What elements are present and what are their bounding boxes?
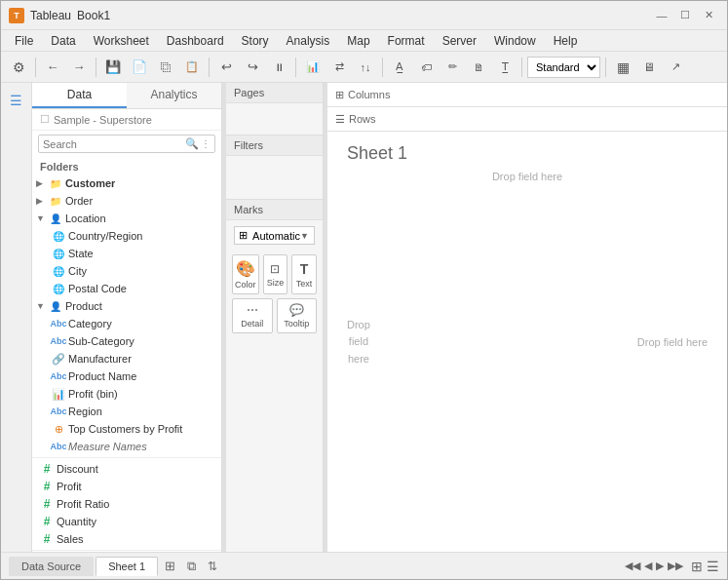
data-tab-icon[interactable]: ☰: [3, 87, 30, 114]
columns-drop-zone[interactable]: [398, 86, 719, 103]
menu-server[interactable]: Server: [435, 32, 484, 50]
folder-location-label: Location: [65, 213, 106, 224]
state-label: State: [68, 248, 94, 259]
tab-datasource[interactable]: Data Source: [9, 557, 94, 576]
measure-discount[interactable]: # Discount: [32, 460, 221, 478]
mark-detail-button[interactable]: ⋯ Detail: [232, 298, 273, 333]
mark-color-button[interactable]: 🎨 Color: [232, 254, 259, 294]
tree-container[interactable]: ▶ 📁 Customer ▶ 📁 Order ▼ 👤 Location: [32, 174, 221, 552]
page-next-icon[interactable]: ▶: [656, 560, 664, 572]
measure-profit[interactable]: # Profit: [32, 478, 221, 495]
rows-drop-zone[interactable]: [384, 110, 719, 128]
mark-tooltip-button[interactable]: 💬 Tooltip: [277, 298, 318, 333]
marks-header: Marks: [226, 200, 323, 220]
folder-product[interactable]: ▼ 👤 Product: [32, 297, 221, 315]
tab-data[interactable]: Data: [32, 83, 127, 108]
right-drop-hint[interactable]: Drop field here: [637, 336, 708, 348]
menu-story[interactable]: Story: [234, 32, 277, 50]
page-end-icon[interactable]: ▶▶: [668, 560, 683, 572]
maximize-button[interactable]: ☐: [674, 7, 696, 24]
swap-button[interactable]: ⇄: [327, 56, 351, 79]
sort-asc-button[interactable]: ↑↓: [354, 56, 377, 79]
dim-productname[interactable]: Abc Product Name: [32, 367, 221, 385]
dim-state[interactable]: 🌐 State: [32, 245, 221, 262]
menu-format[interactable]: Format: [380, 32, 433, 50]
filters-header: Filters: [226, 135, 323, 156]
expand-icon: ▼: [36, 213, 46, 223]
forward-button[interactable]: →: [67, 56, 91, 79]
dim-topcustomers[interactable]: ⊕ Top Customers by Profit: [32, 420, 221, 438]
dim-postal[interactable]: 🌐 Postal Code: [32, 280, 221, 297]
caption-button[interactable]: T̲: [493, 56, 517, 79]
abc-icon: Abc: [52, 405, 65, 418]
folder-location[interactable]: ▼ 👤 Location: [32, 210, 221, 227]
search-input[interactable]: [43, 138, 185, 150]
menu-file[interactable]: File: [7, 32, 41, 50]
paste-button[interactable]: 📋: [180, 56, 204, 79]
pause-button[interactable]: ⏸: [267, 56, 290, 79]
duplicate-sheet-button[interactable]: ⧉: [181, 557, 201, 576]
dim-subcategory[interactable]: Abc Sub-Category: [32, 332, 221, 350]
columns-text: Columns: [348, 89, 390, 100]
dim-region[interactable]: Abc Region: [32, 403, 221, 420]
tab-sheet1[interactable]: Sheet 1: [96, 557, 158, 576]
filters-drop-area[interactable]: [226, 156, 323, 199]
menu-dashboard[interactable]: Dashboard: [159, 32, 232, 50]
menu-map[interactable]: Map: [339, 32, 377, 50]
menu-data[interactable]: Data: [43, 32, 83, 50]
file-name: Book1: [77, 9, 110, 22]
folder-order[interactable]: ▶ 📁 Order: [32, 192, 221, 210]
dim-country[interactable]: 🌐 Country/Region: [32, 227, 221, 245]
dim-profitbin[interactable]: 📊 Profit (bin): [32, 385, 221, 403]
device-preview-button[interactable]: 🖥: [637, 56, 661, 79]
folder-customer[interactable]: ▶ 📁 Customer: [32, 174, 221, 192]
grid-view-icon[interactable]: ⊞: [691, 559, 703, 574]
mark-size-button[interactable]: ⊡ Size: [263, 254, 288, 294]
dim-category[interactable]: Abc Category: [32, 315, 221, 332]
tooltip-label: Tooltip: [284, 319, 309, 329]
label-button[interactable]: 🏷: [414, 56, 438, 79]
swap-rows-cols-button[interactable]: ⇅: [203, 557, 222, 576]
left-drop-hint[interactable]: Drop field here: [347, 316, 370, 367]
menu-window[interactable]: Window: [486, 32, 544, 50]
add-sheet-button[interactable]: ⊞: [160, 557, 179, 576]
pages-drop-area[interactable]: [226, 103, 323, 131]
measure-sales[interactable]: # Sales: [32, 530, 221, 548]
redo-button[interactable]: ↪: [241, 56, 264, 79]
format-button[interactable]: ✏: [441, 56, 464, 79]
marks-type-dropdown[interactable]: ⊞ Automatic ▼: [234, 226, 315, 245]
menu-analysis[interactable]: Analysis: [279, 32, 338, 50]
page-back-icon[interactable]: ◀◀: [625, 560, 640, 572]
viz-type-button[interactable]: ▦: [611, 56, 634, 79]
datasource-icon: ☐: [40, 113, 50, 126]
dim-measurenames[interactable]: Abc Measure Names: [32, 438, 221, 455]
top-drop-hint[interactable]: Drop field here: [492, 171, 562, 182]
share-button[interactable]: ↗: [664, 56, 687, 79]
menu-worksheet[interactable]: Worksheet: [86, 32, 157, 50]
data-connection-icon[interactable]: ⚙: [7, 56, 30, 79]
mark-text-button[interactable]: T Text: [291, 254, 317, 294]
highlight-button[interactable]: A̲: [388, 56, 411, 79]
data-panel: Data Analytics ☐ Sample - Superstore 🔍 ⋮…: [32, 83, 222, 552]
new-sheet-button[interactable]: 📄: [128, 56, 151, 79]
measure-quantity[interactable]: # Quantity: [32, 513, 221, 530]
tooltip-icon[interactable]: 🗎: [467, 56, 490, 79]
detail-label: Detail: [241, 319, 263, 329]
minimize-button[interactable]: —: [651, 7, 672, 24]
dim-city[interactable]: 🌐 City: [32, 262, 221, 280]
rows-text: Rows: [349, 113, 376, 125]
menu-help[interactable]: Help: [546, 32, 586, 50]
undo-button[interactable]: ↩: [214, 56, 238, 79]
save-button[interactable]: 💾: [101, 56, 125, 79]
show-me-button[interactable]: 📊: [301, 56, 325, 79]
close-button[interactable]: ✕: [698, 7, 719, 24]
globe-icon: 🌐: [52, 229, 65, 243]
measure-profitratio[interactable]: # Profit Ratio: [32, 495, 221, 513]
back-button[interactable]: ←: [41, 56, 64, 79]
list-view-icon[interactable]: ☰: [707, 559, 719, 574]
tab-analytics[interactable]: Analytics: [127, 83, 221, 108]
dim-manufacturer[interactable]: 🔗 Manufacturer: [32, 350, 221, 367]
page-prev-icon[interactable]: ◀: [644, 560, 652, 572]
standard-dropdown[interactable]: Standard: [527, 57, 600, 78]
copy-button[interactable]: ⿻: [154, 56, 177, 79]
